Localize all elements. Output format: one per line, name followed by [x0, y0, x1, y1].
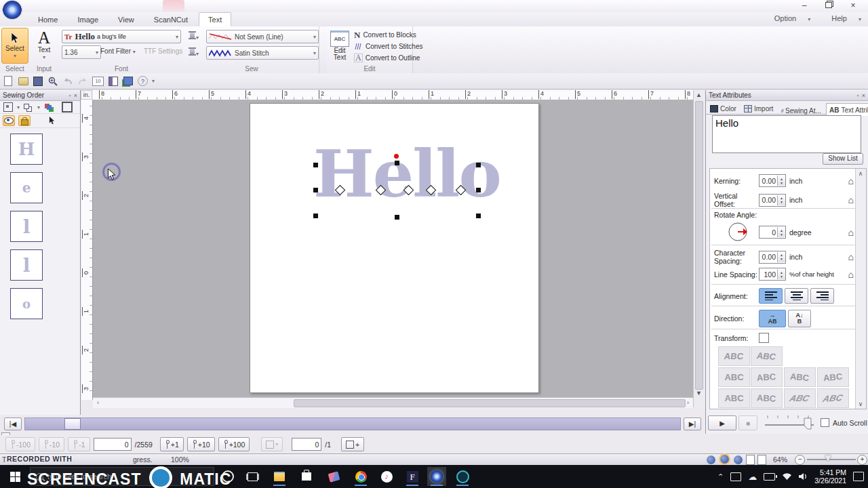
- transform-sample[interactable]: ABC: [817, 388, 849, 408]
- task-view-icon[interactable]: [243, 467, 262, 486]
- zoom-in-icon[interactable]: +: [857, 455, 867, 465]
- minimize-button[interactable]: –: [795, 1, 814, 11]
- selection-handle[interactable]: [395, 161, 399, 165]
- scanncut-app-icon[interactable]: [324, 467, 343, 486]
- character-spacing-input[interactable]: 0.00▲▼: [759, 251, 786, 264]
- home-reset-icon[interactable]: ⌂: [848, 227, 854, 238]
- scroll-left-icon[interactable]: ‹: [93, 398, 103, 407]
- zoom-out-icon[interactable]: −: [795, 455, 805, 465]
- chevron-down-icon[interactable]: ▾: [37, 104, 40, 110]
- screencast-o-matic-icon[interactable]: [453, 467, 472, 486]
- tab-import[interactable]: Import: [741, 102, 776, 115]
- transform-checkbox[interactable]: [759, 333, 769, 343]
- stitch-minus-1-button[interactable]: -1: [68, 437, 90, 451]
- stitch-plus-1-button[interactable]: +1: [160, 437, 184, 451]
- close-panel-icon[interactable]: ×: [74, 92, 77, 99]
- font-size-select[interactable]: 1.36 ▾: [62, 45, 101, 59]
- sewing-order-item[interactable]: l: [10, 249, 43, 281]
- go-to-start-button[interactable]: |◀: [4, 418, 22, 430]
- display-icon[interactable]: [730, 472, 741, 481]
- action-center-icon[interactable]: [853, 472, 864, 481]
- direction-vertical-button[interactable]: A↓B: [788, 310, 811, 327]
- f-app-icon[interactable]: F: [403, 467, 422, 486]
- open-file-icon[interactable]: [18, 76, 28, 87]
- restore-button[interactable]: [819, 1, 838, 11]
- chevron-down-icon[interactable]: ▾: [17, 104, 20, 110]
- slider-handle[interactable]: [804, 418, 811, 429]
- edit-text-button[interactable]: ABC EditText: [328, 28, 351, 62]
- horizontal-scroll-thumb[interactable]: [294, 399, 686, 407]
- toolbar-options-chevron-icon[interactable]: ▾: [152, 78, 155, 84]
- stitch-minus-10-button[interactable]: -10: [39, 437, 64, 451]
- region-sew-type-icon-button[interactable]: ▾: [189, 47, 199, 57]
- stitch-view-icon[interactable]: [719, 454, 730, 465]
- convert-to-blocks-button[interactable]: N Convert to Blocks: [354, 29, 416, 41]
- file-explorer-icon[interactable]: [270, 467, 289, 486]
- selection-handle[interactable]: [476, 188, 481, 192]
- scroll-down-icon[interactable]: ∨: [856, 399, 865, 409]
- horizontal-scrollbar[interactable]: ‹ ›: [93, 397, 693, 408]
- current-stitch-field[interactable]: 0: [94, 438, 132, 451]
- zoom-slider-track[interactable]: [807, 459, 856, 460]
- frame-edit-icon[interactable]: [62, 102, 73, 112]
- scroll-right-icon[interactable]: ›: [683, 398, 693, 407]
- scroll-up-icon[interactable]: ∧: [856, 169, 865, 178]
- select-tool-button[interactable]: Select ▾: [1, 28, 28, 64]
- text-input-area[interactable]: Hello: [712, 115, 861, 153]
- lock-icon[interactable]: [18, 115, 31, 126]
- help-menu[interactable]: Help ▾: [822, 14, 861, 22]
- new-document-icon[interactable]: [3, 76, 14, 87]
- sewing-order-item[interactable]: l: [10, 211, 43, 242]
- transform-sample[interactable]: ABC: [751, 388, 783, 408]
- sewing-order-item[interactable]: H: [10, 134, 43, 165]
- sewing-order-item[interactable]: e: [10, 172, 43, 203]
- sewing-order-item[interactable]: o: [10, 288, 43, 319]
- stitch-minus-100-button[interactable]: -100: [5, 437, 35, 451]
- option-menu[interactable]: Option ▾: [765, 14, 811, 22]
- home-reset-icon[interactable]: ⌂: [848, 269, 854, 280]
- rotate-angle-input[interactable]: 0▲▼: [759, 226, 786, 239]
- pe-design-taskbar-icon[interactable]: [427, 467, 446, 486]
- tab-home[interactable]: Home: [29, 13, 66, 26]
- pin-icon[interactable]: ▫: [857, 92, 859, 99]
- design-page-icon[interactable]: [108, 76, 119, 87]
- design-canvas[interactable]: Hello: [93, 100, 693, 397]
- tab-view[interactable]: View: [109, 13, 143, 26]
- design-settings-icon[interactable]: 10: [92, 77, 104, 86]
- wifi-icon[interactable]: [782, 472, 792, 481]
- selection-handle[interactable]: [476, 163, 481, 167]
- home-reset-icon[interactable]: ⌂: [848, 176, 854, 186]
- stitch-slider-track[interactable]: [24, 418, 681, 430]
- tab-color[interactable]: Color: [707, 102, 739, 115]
- stop-button[interactable]: ■: [738, 415, 757, 430]
- selection-handle[interactable]: [476, 214, 481, 218]
- scroll-down-icon[interactable]: ▼: [694, 388, 704, 398]
- pointer-icon[interactable]: [46, 116, 57, 125]
- direction-horizontal-button[interactable]: →AB: [759, 310, 786, 327]
- battery-icon[interactable]: [764, 473, 775, 481]
- align-left-button[interactable]: [759, 288, 783, 304]
- line-sew-type-icon-button[interactable]: ▾: [189, 31, 199, 41]
- stitch-plus-100-button[interactable]: +100: [218, 437, 250, 451]
- onedrive-cloud-icon[interactable]: ☁: [748, 472, 757, 482]
- vertical-scroll-thumb[interactable]: [695, 101, 703, 390]
- transform-sample[interactable]: ABC: [718, 367, 750, 387]
- undo-icon[interactable]: [62, 76, 73, 87]
- zoom-icon[interactable]: [47, 76, 58, 87]
- convert-to-stitches-button[interactable]: Convert to Stitches: [354, 41, 422, 52]
- align-center-button[interactable]: [785, 288, 808, 304]
- transform-sample[interactable]: ABC: [751, 367, 783, 387]
- stitch-slider-handle[interactable]: [64, 418, 81, 430]
- select-frame-icon[interactable]: [3, 102, 14, 112]
- group-objects-icon[interactable]: [23, 102, 34, 112]
- embroidery-text[interactable]: Hello: [313, 142, 500, 206]
- itunes-icon[interactable]: ♪: [377, 467, 396, 486]
- frame-forward-button[interactable]: +: [341, 437, 364, 451]
- transform-sample[interactable]: ABC: [784, 367, 816, 387]
- vertical-scrollbar[interactable]: ▲ ▼: [693, 90, 704, 407]
- spinner-arrows-icon[interactable]: ▲▼: [777, 227, 785, 237]
- selection-handle[interactable]: [313, 188, 318, 192]
- auto-scroll-option[interactable]: Auto Scroll: [821, 418, 867, 427]
- volume-icon[interactable]: [799, 472, 808, 481]
- rotate-dial-icon[interactable]: [728, 222, 748, 242]
